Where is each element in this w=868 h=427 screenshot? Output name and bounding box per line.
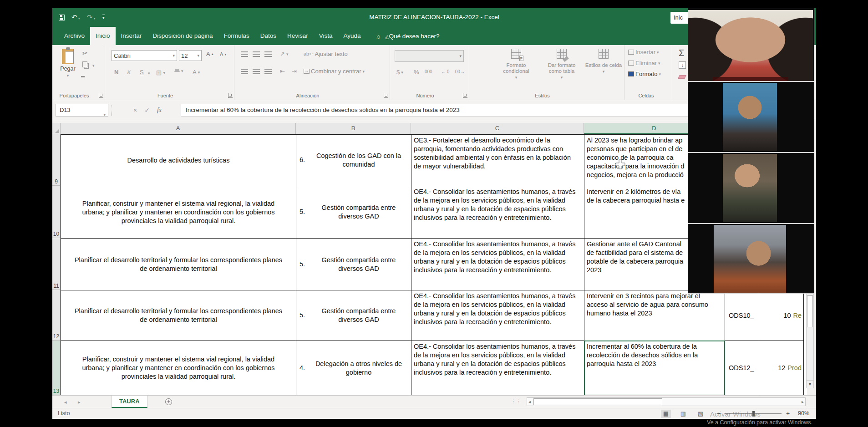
enter-icon[interactable]: ✓ xyxy=(144,107,150,114)
participant-video-3[interactable] xyxy=(723,154,777,222)
cell-A11[interactable]: Planificar el desarrollo territorial y f… xyxy=(61,238,296,290)
participant-video-2[interactable] xyxy=(723,83,777,151)
zoom-level[interactable]: 90% xyxy=(798,408,809,419)
page-layout-view-icon[interactable]: ▥ xyxy=(678,410,688,418)
comma-format-icon[interactable]: 000 xyxy=(425,69,432,74)
zoom-in-icon[interactable]: + xyxy=(786,408,790,419)
tab-ayuda[interactable]: Ayuda xyxy=(338,27,366,45)
row-header-9[interactable]: 9 xyxy=(52,134,61,186)
cancel-icon[interactable]: × xyxy=(133,107,137,114)
scrollbar-split-handle[interactable]: ⋮⋮ xyxy=(511,399,521,404)
col-header-C[interactable]: C xyxy=(411,123,584,134)
participant-video-4[interactable] xyxy=(714,225,786,293)
cell-C12[interactable]: OE4.- Consolidar los asentamientos human… xyxy=(411,290,584,341)
tab-vista[interactable]: Vista xyxy=(314,27,338,45)
col-header-A[interactable]: A xyxy=(61,123,296,134)
tell-me-box[interactable]: ☼ ¿Qué desea hacer? xyxy=(376,27,440,45)
cell-D12[interactable]: Intervenir en 3 recintos para mejorar el… xyxy=(584,290,725,341)
cell-C9[interactable]: OE3.- Fortalecer el desarrollo económico… xyxy=(411,134,584,186)
italic-button[interactable]: K xyxy=(127,69,131,76)
align-middle-icon[interactable] xyxy=(253,51,260,57)
vertical-scrollbar[interactable]: ▼ xyxy=(806,294,814,388)
row-header-11[interactable]: 11 xyxy=(52,238,61,290)
increase-indent-icon[interactable]: ⇥ xyxy=(292,68,297,75)
merge-center-button[interactable]: ↔Combinar y centrar▾ xyxy=(304,68,365,75)
orientation-icon[interactable]: ↗▾ xyxy=(280,51,288,57)
fill-down-icon[interactable]: ↓ xyxy=(679,61,686,69)
insert-function-icon[interactable]: fx xyxy=(157,107,162,114)
sheet-prev-icon[interactable]: ◂ xyxy=(64,396,67,408)
format-as-table-button[interactable]: Dar formato como tabla ▾ xyxy=(542,49,581,81)
cell-A9[interactable]: Desarrollo de actividades turísticas xyxy=(61,134,296,186)
cell-E12[interactable]: ODS10_ xyxy=(725,290,759,341)
sign-in-button[interactable]: Inic xyxy=(670,12,689,24)
cell-F13[interactable]: 12Prod xyxy=(759,341,804,395)
autosum-icon[interactable]: Σ xyxy=(679,48,684,58)
row-header-12[interactable]: 12 xyxy=(52,290,61,341)
cell-A10[interactable]: Planificar, construir y mantener el sist… xyxy=(61,186,296,239)
tab-revisar[interactable]: Revisar xyxy=(282,27,314,45)
align-right-icon[interactable] xyxy=(264,69,272,75)
cell-styles-button[interactable]: Estilos de celda ▾ xyxy=(584,49,623,75)
align-center-icon[interactable] xyxy=(253,69,260,75)
font-size-select[interactable]: 12▾ xyxy=(179,50,202,61)
underline-chevron-icon[interactable]: ▾ xyxy=(148,71,150,76)
page-break-view-icon[interactable]: ▧ xyxy=(695,410,706,418)
cell-A12[interactable]: Planificar el desarrollo territorial y f… xyxy=(61,290,296,341)
copy-icon[interactable] xyxy=(82,61,87,67)
tab-archivo[interactable]: Archivo xyxy=(59,27,90,45)
align-top-icon[interactable] xyxy=(241,51,248,57)
align-bottom-icon[interactable] xyxy=(264,51,272,57)
sheet-tab-taura[interactable]: TAURA xyxy=(112,396,147,408)
format-cells-button[interactable]: Formato▾ xyxy=(628,71,661,77)
col-header-B[interactable]: B xyxy=(296,123,411,134)
copy-chevron-icon[interactable]: ▾ xyxy=(92,63,95,68)
cell-C13[interactable]: OE4.- Consolidar los asentamientos human… xyxy=(411,341,584,395)
scroll-left-icon[interactable]: ◂ xyxy=(528,399,531,405)
name-box[interactable]: D13▾ xyxy=(56,104,108,117)
scroll-right-icon[interactable]: ▸ xyxy=(802,399,804,405)
horizontal-scrollbar[interactable]: ◂ ▸ xyxy=(527,397,806,406)
cell-C10[interactable]: OE4.- Consolidar los asentamientos human… xyxy=(411,186,584,239)
clear-icon[interactable] xyxy=(678,75,686,79)
number-dialog-launcher-icon[interactable] xyxy=(463,93,467,98)
tab-formulas[interactable]: Fórmulas xyxy=(218,27,254,45)
paste-button[interactable]: Pegar ▾ xyxy=(58,49,78,78)
fill-color-icon[interactable]: ▾ xyxy=(174,69,183,73)
sheet-next-icon[interactable]: ▸ xyxy=(78,396,81,408)
row-header-10[interactable]: 10 xyxy=(52,186,61,238)
normal-view-icon[interactable]: ▦ xyxy=(661,410,671,418)
horizontal-scroll-thumb[interactable] xyxy=(533,398,662,405)
clipboard-dialog-launcher-icon[interactable] xyxy=(99,93,103,98)
decrease-indent-icon[interactable]: ⇤ xyxy=(280,68,285,75)
alignment-dialog-launcher-icon[interactable] xyxy=(384,93,388,98)
cut-icon[interactable]: ✂ xyxy=(82,50,88,57)
row-header-13[interactable]: 13 xyxy=(52,341,61,395)
font-color-icon[interactable]: A▾ xyxy=(193,69,200,76)
select-all-corner[interactable] xyxy=(52,123,61,134)
tab-datos[interactable]: Datos xyxy=(255,27,282,45)
insert-cells-button[interactable]: Insertar▾ xyxy=(628,49,659,56)
percent-format-icon[interactable]: % xyxy=(414,69,419,76)
decrease-font-icon[interactable]: A▾ xyxy=(220,51,226,57)
cell-B9[interactable]: 6.Cogestión de los GAD con la comunidad xyxy=(296,134,411,186)
conditional-formatting-button[interactable]: Formato condicional ▾ xyxy=(497,49,536,81)
tab-disposicion[interactable]: Disposición de página xyxy=(147,27,218,45)
tab-inicio[interactable]: Inicio xyxy=(90,27,116,45)
cell-E13[interactable]: ODS12_ xyxy=(725,341,759,395)
number-format-select[interactable]: ▾ xyxy=(395,50,464,62)
cell-B12[interactable]: 5.Gestión compartida entre diversos GAD xyxy=(296,290,411,341)
cell-B11[interactable]: 5.Gestión compartida entre diversos GAD xyxy=(296,238,411,290)
borders-icon[interactable]: ⊞▾ xyxy=(156,69,165,77)
cell-A13[interactable]: Planificar, construir y mantener el sist… xyxy=(61,341,296,395)
font-name-select[interactable]: Calibri▾ xyxy=(112,50,177,61)
cell-C11[interactable]: OE4.- Consolidar los asentamientos human… xyxy=(411,238,584,290)
increase-decimal-icon[interactable]: ←.0 xyxy=(441,69,449,74)
wrap-text-button[interactable]: ab↩Ajustar texto xyxy=(304,51,348,57)
decrease-decimal-icon[interactable]: .00→ xyxy=(454,69,465,74)
underline-button[interactable]: S xyxy=(140,69,144,76)
tab-insertar[interactable]: Insertar xyxy=(116,27,147,45)
add-sheet-icon[interactable]: + xyxy=(165,398,172,405)
currency-format-icon[interactable]: $▾ xyxy=(396,69,403,76)
vertical-scroll-thumb[interactable] xyxy=(807,295,813,327)
